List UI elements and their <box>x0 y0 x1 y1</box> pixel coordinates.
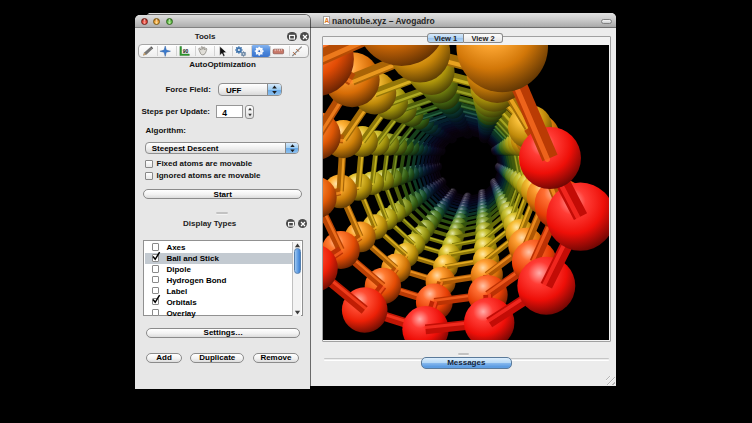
svg-text:90: 90 <box>182 47 188 53</box>
